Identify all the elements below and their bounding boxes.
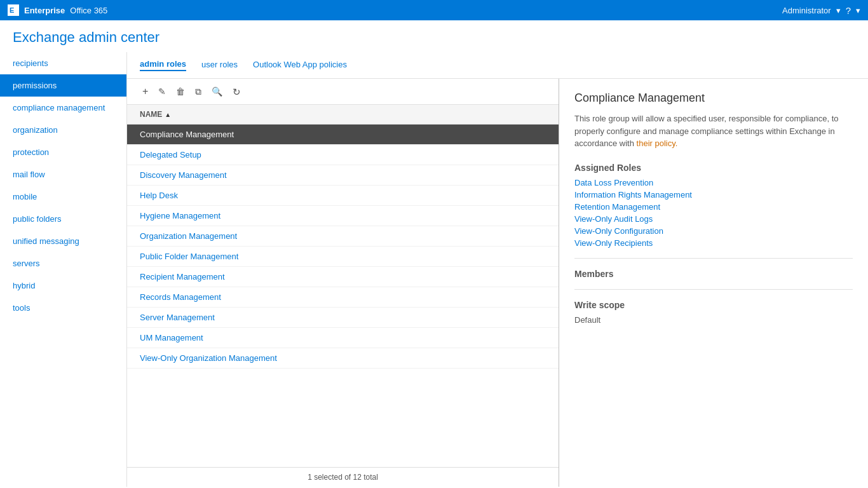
table-row[interactable]: Help Desk xyxy=(127,186,559,206)
suite-name: Office 365 xyxy=(70,6,107,15)
sidebar-item-unified-messaging[interactable]: unified messaging xyxy=(0,230,126,252)
sidebar-item-tools[interactable]: tools xyxy=(0,297,126,319)
table-row[interactable]: Compliance Management xyxy=(127,125,559,145)
copy-button[interactable]: ⧉ xyxy=(193,86,204,97)
sidebar: recipients permissions compliance manage… xyxy=(0,52,127,487)
topbar: E Enterprise Office 365 Administrator ▾ … xyxy=(0,0,868,20)
separator-2 xyxy=(574,289,853,290)
sidebar-item-recipients[interactable]: recipients xyxy=(0,52,126,74)
svg-text:E: E xyxy=(10,6,14,14)
members-title: Members xyxy=(574,269,853,279)
detail-panel: Compliance Management This role group wi… xyxy=(559,79,868,487)
table-row[interactable]: Organization Management xyxy=(127,226,559,247)
table-row[interactable]: View-Only Organization Management xyxy=(127,348,559,369)
assigned-role-link-0[interactable]: Data Loss Prevention xyxy=(574,178,853,187)
assigned-roles-title: Assigned Roles xyxy=(574,163,853,173)
assigned-role-link-1[interactable]: Information Rights Management xyxy=(574,190,853,200)
add-button[interactable]: + xyxy=(140,85,151,98)
topbar-right: Administrator ▾ ? ▾ xyxy=(782,5,860,16)
write-scope-title: Write scope xyxy=(574,300,853,310)
assigned-role-link-2[interactable]: Retention Management xyxy=(574,202,853,212)
selection-count: 1 selected of 12 total xyxy=(308,473,378,482)
main-content: admin roles user roles Outlook Web App p… xyxy=(127,52,868,487)
table-row[interactable]: Records Management xyxy=(127,287,559,308)
table-row[interactable]: Public Folder Management xyxy=(127,247,559,267)
assigned-role-link-3[interactable]: View-Only Audit Logs xyxy=(574,214,853,224)
separator-1 xyxy=(574,258,853,259)
tab-admin-roles[interactable]: admin roles xyxy=(140,59,186,71)
write-scope-value: Default xyxy=(574,315,853,325)
help-icon[interactable]: ? xyxy=(846,5,851,16)
page-title: Exchange admin center xyxy=(13,29,855,46)
detail-description: This role group will allow a specified u… xyxy=(574,112,853,150)
sidebar-item-mobile[interactable]: mobile xyxy=(0,186,126,208)
table-row[interactable]: Delegated Setup xyxy=(127,145,559,165)
app-logo: E xyxy=(8,4,19,16)
sidebar-item-public-folders[interactable]: public folders xyxy=(0,208,126,230)
toolbar: + ✎ 🗑 ⧉ 🔍 ↻ xyxy=(127,79,559,105)
content-area: + ✎ 🗑 ⧉ 🔍 ↻ NAME ▲ Compliance Manage xyxy=(127,79,868,487)
sidebar-item-permissions[interactable]: permissions xyxy=(0,74,126,97)
assigned-role-link-4[interactable]: View-Only Configuration xyxy=(574,226,853,236)
edit-button[interactable]: ✎ xyxy=(156,86,168,97)
detail-desc-link[interactable]: their policy. xyxy=(637,139,678,148)
page-title-bar: Exchange admin center xyxy=(0,20,868,52)
sidebar-item-compliance-management[interactable]: compliance management xyxy=(0,97,126,119)
assigned-role-link-5[interactable]: View-Only Recipients xyxy=(574,238,853,248)
list-footer: 1 selected of 12 total xyxy=(127,467,559,487)
main-layout: recipients permissions compliance manage… xyxy=(0,52,868,487)
refresh-button[interactable]: ↻ xyxy=(230,86,243,98)
table-row[interactable]: UM Management xyxy=(127,328,559,348)
tab-owa-policies[interactable]: Outlook Web App policies xyxy=(253,60,347,71)
table-header: NAME ▲ xyxy=(127,105,559,125)
table-row[interactable]: Server Management xyxy=(127,308,559,328)
table-body: Compliance Management Delegated Setup Di… xyxy=(127,125,559,467)
search-button[interactable]: 🔍 xyxy=(209,86,225,97)
tabs-bar: admin roles user roles Outlook Web App p… xyxy=(127,52,868,79)
sidebar-item-mail-flow[interactable]: mail flow xyxy=(0,163,126,186)
list-panel: + ✎ 🗑 ⧉ 🔍 ↻ NAME ▲ Compliance Manage xyxy=(127,79,559,487)
sort-arrow-icon: ▲ xyxy=(165,111,171,118)
sidebar-item-hybrid[interactable]: hybrid xyxy=(0,274,126,297)
table-row[interactable]: Recipient Management xyxy=(127,267,559,287)
delete-button[interactable]: 🗑 xyxy=(173,86,187,97)
column-name-header[interactable]: NAME ▲ xyxy=(140,110,546,119)
topbar-left: E Enterprise Office 365 xyxy=(8,4,107,16)
sidebar-item-organization[interactable]: organization xyxy=(0,119,126,141)
detail-title: Compliance Management xyxy=(574,92,853,105)
settings-dropdown-icon[interactable]: ▾ xyxy=(856,6,860,15)
app-name: Enterprise xyxy=(24,6,65,15)
admin-label[interactable]: Administrator xyxy=(782,6,831,15)
tab-user-roles[interactable]: user roles xyxy=(201,60,238,71)
sidebar-item-servers[interactable]: servers xyxy=(0,252,126,274)
sidebar-item-protection[interactable]: protection xyxy=(0,141,126,163)
table-row[interactable]: Discovery Management xyxy=(127,165,559,186)
table-row[interactable]: Hygiene Management xyxy=(127,206,559,226)
admin-dropdown-icon[interactable]: ▾ xyxy=(836,6,841,15)
